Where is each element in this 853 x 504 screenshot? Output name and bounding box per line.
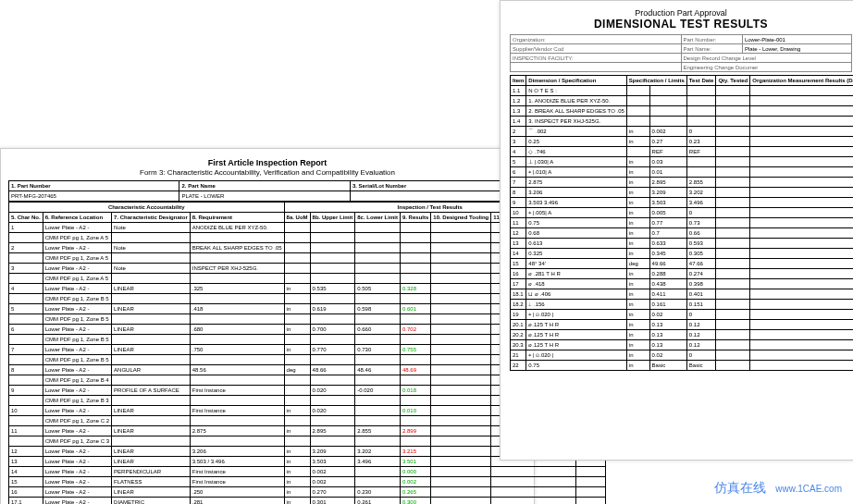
- pname2-value: Plate - Lower, Drawing: [742, 44, 851, 54]
- table-row: 130.613in0.6330.593X: [511, 239, 854, 249]
- table-row: 20.3⌀.125 T H Rin0.130.12X: [511, 340, 854, 350]
- col2-item: Item: [511, 76, 526, 86]
- svc-label: Supplier/Vendor Cod: [511, 44, 682, 54]
- col2-date: Test Date: [686, 76, 716, 86]
- col-upper: 8b. Upper Limit: [310, 213, 355, 223]
- col2-spec: Specification / Limits: [626, 76, 686, 86]
- sheet1-subtitle: Form 3: Characteristic Accountability, V…: [8, 168, 526, 177]
- table-row: 19⌖ | ⌀.020 |in0.020X: [511, 310, 854, 320]
- table-row: 83.206in3.2093.202X: [511, 188, 854, 198]
- table-row: 16⌀ .281 T H Rin0.2880.274X: [511, 269, 854, 279]
- sheet1-header-table: 1. Part Number 2. Part Name 3. Serial/Lo…: [8, 180, 526, 202]
- col-req: 8. Requirement: [190, 213, 284, 223]
- pn2-value: Lower-Plate-001: [742, 35, 851, 44]
- sheet2-pre: Production Part Approval: [510, 8, 852, 18]
- brand-cn: 仿真在线: [714, 480, 766, 495]
- table-row: 21⌖ | ⌀.020 |in0.020X: [511, 350, 854, 361]
- pn2-label: Part Number:: [681, 35, 742, 44]
- table-row: 16Lower Plate - A2 -LINEAR.250in0.2700.2…: [9, 487, 606, 498]
- sheet2-table: Item Dimension / Specification Specifica…: [510, 75, 853, 371]
- table-row: 5⊥ |.030| Ain0.03X: [511, 157, 854, 167]
- table-row: 1.32. BREAK ALL SHARP EDGES TO .05X: [511, 106, 854, 117]
- col-lower: 8c. Lower Limit: [355, 213, 401, 223]
- fac-label: INSPECTION FACILITY:: [511, 54, 682, 63]
- table-row: 2⌒ .002in0.0020X: [511, 127, 854, 137]
- col-tool: 10. Designed Tooling: [431, 213, 491, 223]
- table-row: 220.75inBasicBasicX: [511, 361, 854, 371]
- col2-meas: Organization Measurement Results (Data): [750, 76, 853, 86]
- table-row: 72.875in2.8952.855X: [511, 178, 854, 188]
- table-row: 1.21. ANODIZE BLUE PER XYZ-50.X: [511, 96, 854, 106]
- table-row: 1.1N O T E S :X: [511, 86, 854, 96]
- pn-label: 1. Part Number: [11, 183, 51, 189]
- section-acc: Characteristic Accountability: [9, 203, 285, 213]
- brand-url: www.1CAE.com: [775, 484, 842, 494]
- pname-value: PLATE - LOWER: [179, 191, 350, 202]
- table-row: 18.1⊔ ⌀ .406in0.4110.401X: [511, 289, 854, 300]
- fai-form3-sheet: First Article Inspection Report Form 3: …: [0, 148, 535, 504]
- table-row: 30.25in0.270.23X: [511, 137, 854, 147]
- sl-label: 3. Serial/Lot Number: [352, 183, 406, 189]
- table-row: 110.75in0.770.73X: [511, 218, 854, 228]
- col2-qty: Qty. Tested: [716, 76, 750, 86]
- pn-value: PRT-MFG-207465: [9, 191, 179, 202]
- table-row: 20.1⌀.125 T H Rin0.130.12X: [511, 320, 854, 330]
- sheet1-title: First Article Inspection Report: [8, 158, 526, 167]
- sheet2-title: DIMENSIONAL TEST RESULTS: [510, 18, 852, 31]
- org-label: Organization:: [511, 35, 682, 44]
- col-char: 5. Char No.: [9, 213, 43, 223]
- col-results: 9. Results: [400, 213, 430, 223]
- table-row: 140.325in0.3450.305X: [511, 249, 854, 259]
- pname-label: 2. Part Name: [181, 183, 215, 189]
- table-row: 20.2⌀.125 T H Rin0.130.12X: [511, 330, 854, 340]
- table-row: 93.503 3.496in3.5033.496X: [511, 198, 854, 208]
- table-row: 120.68in0.70.66X: [511, 228, 854, 239]
- col-refloc: 6. Reference Location: [43, 213, 111, 223]
- table-row: 10⌖ |.005| Ain0.0050X: [511, 208, 854, 218]
- col-uom: 8a. UoM: [284, 213, 310, 223]
- dr-label: Design Record Change Level: [681, 54, 852, 63]
- col-desig: 7. Characteristic Designator: [112, 213, 191, 223]
- table-row: 1548° 34'deg49.6647.66X: [511, 259, 854, 269]
- table-row: 14Lower Plate - A2 -PERPENDICULARFirst I…: [9, 467, 606, 477]
- table-row: 1.43. INSPECT PER XHJ-525G.X: [511, 117, 854, 127]
- col2-dim: Dimension / Specification: [526, 76, 627, 86]
- table-row: 4◇ .746REFREFX: [511, 147, 854, 157]
- ec-label: Engineering Change Documer: [681, 63, 852, 72]
- table-row: 17.1Lower Plate - A2 -DIAMETRIC.281in0.3…: [9, 498, 606, 505]
- pname2-label: Part Name:: [681, 44, 742, 54]
- dtr-sheet: Production Part Approval DIMENSIONAL TES…: [500, 0, 853, 461]
- table-row: 18.2⟂ .156in0.1610.151X: [511, 300, 854, 310]
- watermark: 仿真在线 www.1CAE.com: [714, 480, 842, 497]
- table-row: 17⌀ .418in0.4380.398X: [511, 279, 854, 289]
- table-row: 15Lower Plate - A2 -FLATNESSFirst Instan…: [9, 477, 606, 487]
- sheet2-info: Organization: Part Number: Lower-Plate-0…: [510, 34, 852, 72]
- table-row: 6⌖ |.010| Ain0.01X: [511, 167, 854, 178]
